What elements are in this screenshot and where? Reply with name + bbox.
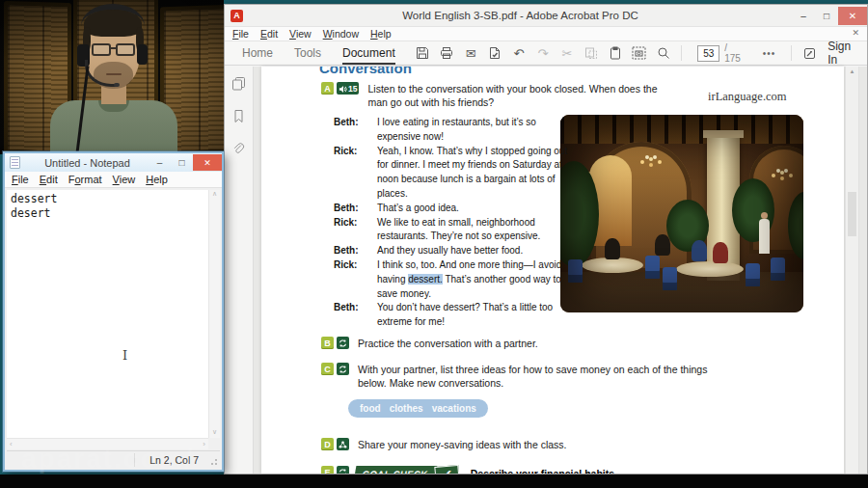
acrobat-window: A World English 3-SB.pdf - Adobe Acrobat… [224, 4, 868, 474]
sign-in-button[interactable]: Sign In [827, 40, 859, 67]
bookmark-icon[interactable] [232, 109, 245, 127]
video-watermark: aparat.com/ [21, 444, 194, 474]
print-icon[interactable] [440, 45, 454, 62]
tab-home[interactable]: Home [242, 42, 273, 65]
acrobat-titlebar[interactable]: A World English 3-SB.pdf - Adobe Acrobat… [225, 5, 867, 27]
menu-item-help[interactable]: Help [146, 174, 168, 185]
minimize-button[interactable]: – [792, 7, 815, 25]
site-watermark: irLanguage.com [708, 90, 787, 104]
page-thumbnails-icon[interactable] [231, 76, 246, 95]
maximize-button[interactable]: □ [815, 7, 838, 25]
pair-work-icon [337, 337, 349, 349]
menu-item-view[interactable]: View [113, 174, 136, 185]
dialog-text: Yeah, I know. That’s why I stopped going… [377, 145, 572, 202]
topic-pills: foodclothesvacations [348, 399, 488, 418]
window-title: World English 3-SB.pdf - Adobe Acrobat P… [249, 10, 792, 21]
speaker-label: Beth: [334, 301, 377, 330]
goal-check-banner: GOAL CHECK [354, 466, 438, 474]
close-button[interactable]: ✕ [838, 7, 867, 25]
pair-work-icon [337, 363, 349, 375]
dialog-row: Beth:I love eating in restaurants, but i… [334, 116, 584, 145]
menu-item-edit[interactable]: Edit [40, 174, 58, 185]
menu-item-file[interactable]: File [232, 28, 249, 40]
scissors-icon[interactable]: ✂ [559, 45, 574, 62]
notepad-menubar: FileEditFormatViewHelp [5, 172, 222, 188]
dialog-row: Beth:You don’t have dessert? That’s a li… [334, 301, 584, 330]
close-button[interactable]: ✕ [193, 154, 222, 171]
section-d-text: Share your money-saving ideas with the c… [358, 439, 567, 452]
menu-item-edit[interactable]: Edit [260, 28, 278, 40]
document-close-icon[interactable]: ✕ [852, 28, 859, 38]
scroll-up-arrow[interactable]: ▲ [846, 68, 858, 74]
email-icon[interactable]: ✉ [464, 45, 478, 62]
acrobat-app-icon: A [231, 10, 243, 22]
copy-page-icon[interactable] [583, 45, 598, 62]
dialog-text: We like to eat in small, neighborhood re… [377, 216, 572, 245]
dialog-row: Beth:And they usually have better food. [334, 244, 584, 258]
tab-document[interactable]: Document [342, 42, 395, 65]
group-share-icon [337, 438, 349, 450]
scroll-right-arrow[interactable]: › [203, 440, 205, 448]
bottom-black-bar [0, 474, 868, 488]
restaurant-photo [560, 115, 803, 312]
webcam-video [0, 0, 224, 154]
undo-icon[interactable]: ↶ [512, 45, 527, 62]
doc-check-icon[interactable] [488, 45, 502, 62]
highlighted-word: dessert. [408, 274, 443, 285]
resize-grip[interactable] [208, 456, 218, 466]
pdf-vertical-scrollbar[interactable]: ▲ [845, 67, 859, 474]
audio-track-number: 15 [348, 84, 357, 94]
notepad-window: Untitled - Notepad – □ ✕ FileEditFormatV… [3, 151, 224, 472]
speaker-label: Rick: [334, 258, 377, 301]
section-c-badge: C [321, 363, 334, 375]
scrollbar-thumb[interactable] [848, 192, 856, 236]
dialog-text: That’s a good idea. [377, 202, 572, 216]
scroll-down-arrow[interactable]: ∨ [209, 428, 220, 436]
menu-item-view[interactable]: View [289, 28, 312, 40]
menu-item-help[interactable]: Help [370, 28, 392, 40]
headset-band [81, 4, 145, 48]
notepad-app-icon [10, 156, 20, 169]
maximize-button[interactable]: □ [171, 154, 193, 171]
minimize-button[interactable]: – [149, 154, 171, 171]
save-icon[interactable] [416, 45, 430, 62]
menu-item-format[interactable]: Format [68, 174, 102, 185]
section-b-badge: B [321, 337, 334, 349]
snapshot-icon[interactable] [632, 45, 646, 62]
sign-in-icon [802, 45, 817, 62]
section-d-badge: D [321, 438, 334, 450]
tab-tools[interactable]: Tools [294, 42, 321, 65]
page-total-label: / 175 [724, 42, 744, 64]
search-icon[interactable] [656, 45, 670, 62]
section-b: B Practice the conversation with a partn… [321, 337, 538, 351]
scroll-up-arrow[interactable]: ∧ [212, 190, 217, 197]
menu-item-window[interactable]: Window [323, 28, 359, 40]
redo-icon[interactable]: ↷ [536, 45, 551, 62]
dialog-text: You don’t have dessert? That’s a little … [377, 301, 572, 330]
topic-pill-food: food [360, 403, 381, 414]
notepad-vertical-scrollbar[interactable]: ∧∨ [208, 190, 220, 438]
section-e-badge: E [321, 466, 334, 474]
dialog-text: And they usually have better food. [377, 244, 572, 258]
dialog: Beth:I love eating in restaurants, but i… [334, 116, 584, 330]
attachment-icon[interactable] [231, 142, 246, 160]
section-a-badge: A [321, 82, 334, 95]
clipboard-icon[interactable] [608, 45, 622, 62]
navigation-pane [225, 67, 254, 474]
lesson-heading: Conversation [319, 67, 412, 76]
notepad-text-area[interactable]: dessertdesert [7, 190, 208, 438]
notepad-titlebar[interactable]: Untitled - Notepad – □ ✕ [5, 153, 222, 172]
menu-item-file[interactable]: File [12, 174, 29, 185]
section-c: C With your partner, list three ideas fo… [321, 363, 713, 390]
topic-pill-vacations: vacations [432, 403, 476, 414]
speaker-icon [339, 80, 347, 97]
more-tools-button[interactable]: ••• [763, 48, 776, 59]
scroll-left-arrow[interactable]: ‹ [10, 440, 13, 448]
dialog-row: Rick:I think so, too. And one more thing… [334, 258, 584, 301]
dialog-row: Rick:Yeah, I know. That’s why I stopped … [334, 145, 584, 202]
page-number-input[interactable]: 53 [697, 45, 719, 62]
dialog-row: Beth:That’s a good idea. [334, 202, 584, 216]
pdf-page[interactable]: Conversation A 15 Listen to the conversa… [261, 67, 844, 474]
section-b-text: Practice the conversation with a partner… [358, 338, 538, 351]
speaker-label: Beth: [334, 116, 377, 145]
